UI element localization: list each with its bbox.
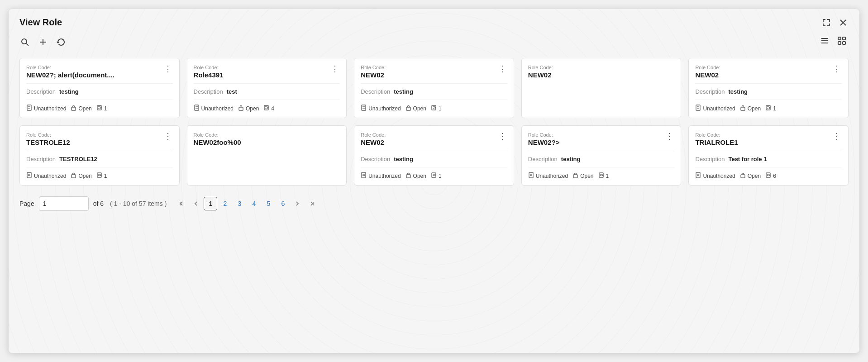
description-value: testing bbox=[394, 156, 413, 162]
cards-grid: Role Code: NEW02?; alert(document.... ⋮ … bbox=[19, 58, 849, 186]
card-header: Role Code: NEW02 ⋮ bbox=[361, 132, 507, 146]
card-description: Description TESTROLE12 bbox=[26, 156, 173, 162]
svg-rect-12 bbox=[843, 42, 845, 44]
page-button-2[interactable]: 2 bbox=[218, 197, 232, 210]
card-divider-2 bbox=[695, 100, 842, 100]
card-header: Role Code: NEW02 ⋮ bbox=[695, 65, 842, 79]
access-text: Open bbox=[78, 173, 91, 179]
edit-icon bbox=[765, 105, 771, 112]
pagination-info: ( 1 - 10 of 57 items ) bbox=[110, 200, 167, 207]
refresh-button[interactable] bbox=[56, 37, 67, 48]
card-footer: Unauthorized Open bbox=[695, 105, 842, 112]
card-menu-button[interactable]: ⋮ bbox=[497, 132, 507, 140]
card-divider-2 bbox=[194, 100, 340, 100]
card-header-left: Role Code: NEW02foo%00ale....</span> </d… bbox=[194, 132, 340, 146]
card-divider-2 bbox=[528, 167, 675, 167]
role-code-value: NEW02 bbox=[695, 71, 832, 79]
doc-icon bbox=[361, 172, 367, 180]
first-page-button[interactable] bbox=[175, 197, 188, 210]
page-button-5[interactable]: 5 bbox=[262, 197, 275, 210]
status-item: Unauthorized bbox=[361, 172, 401, 180]
card-menu-button[interactable]: ⋮ bbox=[832, 65, 842, 73]
page-button-4[interactable]: 4 bbox=[247, 197, 261, 210]
status-text: Unauthorized bbox=[34, 105, 66, 112]
card-header: Role Code: NEW02 alert(1) ...</span> </d… bbox=[528, 65, 675, 79]
svg-rect-20 bbox=[195, 105, 199, 110]
card-menu-button[interactable]: ⋮ bbox=[330, 65, 340, 73]
card-header-left: Role Code: NEW02 bbox=[361, 132, 497, 146]
page-button-3[interactable]: 3 bbox=[233, 197, 246, 210]
edit-icon bbox=[263, 105, 269, 112]
access-item: Open bbox=[405, 105, 426, 112]
description-value: testing bbox=[561, 156, 581, 162]
card-divider bbox=[361, 151, 507, 151]
count-text: 4 bbox=[271, 105, 274, 112]
svg-line-3 bbox=[26, 43, 29, 46]
view-role-window: View Role bbox=[9, 9, 859, 353]
count-item: 6 bbox=[765, 172, 776, 180]
card-description: Description testing bbox=[26, 88, 173, 95]
maximize-button[interactable] bbox=[820, 18, 832, 28]
card-menu-button[interactable]: ⋮ bbox=[497, 65, 507, 73]
add-button[interactable] bbox=[38, 37, 48, 48]
card-divider bbox=[695, 83, 842, 84]
access-text: Open bbox=[748, 173, 761, 179]
next-page-button[interactable] bbox=[291, 197, 304, 210]
role-card-10: Role Code: TRIALROLE1 ⋮ Description Test… bbox=[688, 125, 849, 186]
card-footer: Unauthorized Open bbox=[361, 172, 507, 180]
count-item: 4 bbox=[263, 105, 274, 112]
lock-icon bbox=[238, 105, 244, 112]
card-menu-button[interactable]: ⋮ bbox=[163, 132, 173, 140]
role-code-label: Role Code: bbox=[528, 65, 675, 70]
count-text: 1 bbox=[606, 173, 609, 179]
count-text: 1 bbox=[104, 105, 107, 112]
description-label: Description bbox=[361, 156, 390, 162]
card-menu-button[interactable]: ⋮ bbox=[832, 132, 842, 140]
role-code-value: NEW02 alert(1) ...</span> </div> <button… bbox=[528, 71, 675, 79]
list-view-button[interactable] bbox=[818, 35, 831, 49]
count-text: 1 bbox=[439, 173, 442, 179]
page-button-6[interactable]: 6 bbox=[276, 197, 290, 210]
role-code-value: TESTROLE12 bbox=[26, 138, 163, 146]
card-description: Description testing bbox=[528, 156, 675, 162]
edit-icon bbox=[598, 172, 604, 180]
card-divider bbox=[361, 83, 507, 84]
role-code-label: Role Code: bbox=[528, 132, 665, 138]
status-item: Unauthorized bbox=[695, 105, 735, 112]
description-value: testing bbox=[394, 88, 413, 95]
status-text: Unauthorized bbox=[703, 173, 735, 179]
page-label: Page bbox=[19, 200, 34, 207]
card-header-left: Role Code: NEW02 alert(1) ...</span> </d… bbox=[528, 65, 675, 79]
description-label: Description bbox=[695, 156, 725, 162]
card-divider bbox=[194, 83, 340, 84]
svg-rect-16 bbox=[72, 107, 76, 110]
doc-icon bbox=[695, 105, 701, 112]
role-code-label: Role Code: bbox=[695, 65, 832, 70]
svg-rect-27 bbox=[362, 105, 366, 110]
card-menu-button[interactable]: ⋮ bbox=[664, 132, 674, 140]
status-text: Unauthorized bbox=[368, 105, 401, 112]
card-description: Description testing bbox=[695, 88, 842, 95]
lock-icon bbox=[740, 105, 746, 112]
lock-icon bbox=[572, 172, 578, 180]
card-menu-button[interactable]: ⋮ bbox=[163, 65, 173, 73]
role-code-label: Role Code: bbox=[361, 132, 497, 138]
access-text: Open bbox=[78, 105, 91, 112]
svg-rect-9 bbox=[838, 37, 841, 40]
close-button[interactable] bbox=[838, 18, 849, 27]
last-page-button[interactable] bbox=[305, 197, 319, 210]
status-item: Unauthorized bbox=[26, 172, 66, 180]
role-card-6: Role Code: TESTROLE12 ⋮ Description TEST… bbox=[19, 125, 180, 186]
card-footer: Unauthorized Open bbox=[361, 105, 507, 112]
card-footer: Unauthorized Open bbox=[26, 172, 173, 180]
window-controls bbox=[820, 18, 849, 28]
card-description: Description testing bbox=[361, 156, 507, 162]
page-of: of 6 bbox=[93, 200, 104, 207]
prev-page-button[interactable] bbox=[189, 197, 203, 210]
description-value: Test for role 1 bbox=[728, 156, 767, 162]
search-button[interactable] bbox=[19, 37, 30, 48]
page-button-1[interactable]: 1 bbox=[204, 197, 217, 210]
grid-view-button[interactable] bbox=[835, 35, 849, 49]
card-header: Role Code: NEW02?> ⋮ bbox=[528, 132, 675, 146]
page-input[interactable] bbox=[39, 196, 89, 211]
